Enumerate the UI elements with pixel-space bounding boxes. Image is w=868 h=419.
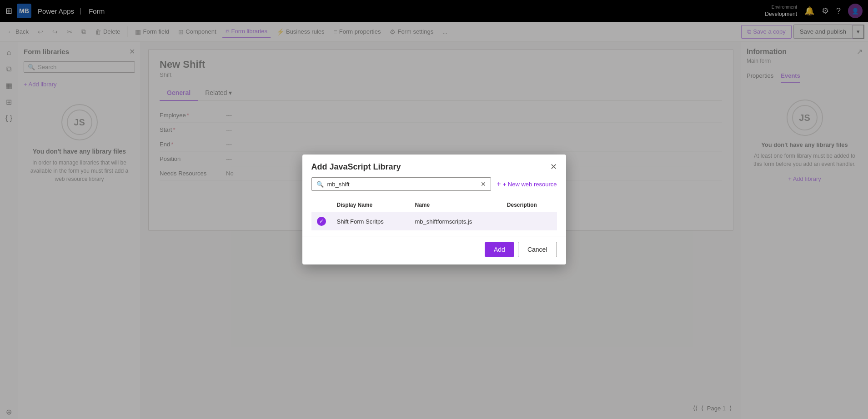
new-web-resource-button[interactable]: + + New web resource (497, 180, 557, 188)
dialog-search-input[interactable] (327, 181, 477, 188)
dialog-close-button[interactable]: ✕ (550, 162, 557, 172)
dialog-table: Display Name Name Description ✓Shift For… (311, 198, 557, 230)
dialog-footer: Add Cancel (302, 236, 566, 264)
col-select (311, 198, 331, 212)
dialog-search-row: 🔍 ✕ + + New web resource (311, 177, 557, 191)
dialog-search-icon: 🔍 (316, 181, 324, 188)
col-display-name: Display Name (331, 198, 410, 212)
dialog-body: 🔍 ✕ + + New web resource Display Name Na… (302, 177, 566, 236)
cancel-button[interactable]: Cancel (518, 242, 557, 257)
check-icon: ✓ (317, 217, 326, 226)
add-js-library-dialog: Add JavaScript Library ✕ 🔍 ✕ + + New web… (302, 155, 566, 264)
row-select-cell: ✓ (311, 212, 331, 231)
col-name: Name (410, 198, 502, 212)
display-name-cell: Shift Form Scritps (331, 212, 410, 231)
dialog-search-box: 🔍 ✕ (311, 177, 492, 191)
name-cell: mb_shiftformscripts.js (410, 212, 502, 231)
dialog-header: Add JavaScript Library ✕ (302, 155, 566, 177)
add-button[interactable]: Add (485, 242, 514, 257)
plus-icon: + (497, 180, 501, 188)
dialog-title: Add JavaScript Library (311, 162, 401, 172)
table-row[interactable]: ✓Shift Form Scritpsmb_shiftformscripts.j… (311, 212, 557, 231)
col-description: Description (502, 198, 557, 212)
dialog-clear-button[interactable]: ✕ (481, 180, 486, 188)
description-cell (502, 212, 557, 231)
modal-overlay: Add JavaScript Library ✕ 🔍 ✕ + + New web… (0, 0, 868, 419)
new-web-resource-label: + New web resource (503, 181, 557, 188)
